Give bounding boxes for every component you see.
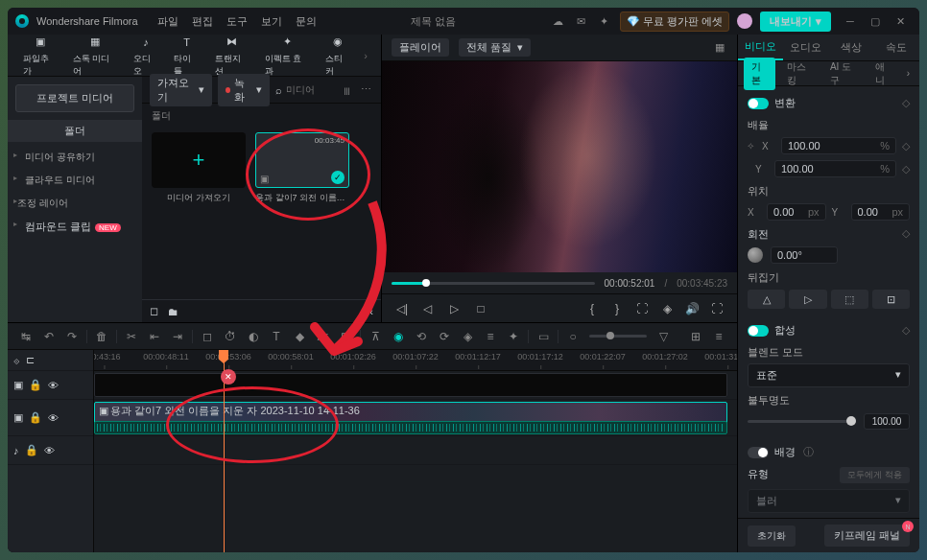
reset-icon[interactable]: ◇: [902, 140, 910, 152]
track-head-v1[interactable]: ▣🔒👁: [8, 400, 93, 436]
ducking-button[interactable]: ⊼: [365, 326, 386, 347]
trim-end-button[interactable]: ⇥: [167, 326, 188, 347]
player-tab[interactable]: 플레이어: [392, 38, 449, 57]
sparkle-icon[interactable]: ✦: [597, 13, 612, 29]
detach-audio-button[interactable]: ♪×: [312, 326, 333, 347]
tab-import[interactable]: ▣파일추가: [15, 30, 65, 82]
tab-sticker[interactable]: ◉스티커: [318, 30, 359, 82]
rotation-knob[interactable]: [748, 247, 763, 263]
flip-reset-button[interactable]: ⊡: [872, 290, 910, 309]
export-button[interactable]: 내보내기▾: [760, 12, 831, 32]
sidebar-item-adjust[interactable]: 조정 레이어: [8, 192, 142, 215]
prev-frame-button[interactable]: ◁|: [392, 298, 413, 319]
menu-edit[interactable]: 편집: [192, 14, 213, 29]
empty-clip[interactable]: [94, 373, 727, 397]
pos-x-input[interactable]: 0.00px: [767, 203, 826, 221]
subtab-basic[interactable]: 기본: [744, 58, 775, 90]
pos-y-input[interactable]: 0.00px: [851, 203, 911, 221]
track-button[interactable]: ≡: [480, 326, 501, 347]
menu-file[interactable]: 파일: [157, 14, 178, 29]
text-button[interactable]: T: [266, 326, 287, 347]
track-v1[interactable]: ▣용과 같이7 외전 이름을 지운 자 2023-11-10 14-11-36: [94, 400, 737, 436]
close-button[interactable]: ✕: [889, 12, 912, 31]
opacity-slider[interactable]: [748, 420, 856, 423]
menu-view[interactable]: 보기: [261, 14, 282, 29]
flip-both-button[interactable]: ⬚: [831, 290, 868, 309]
filter-icon[interactable]: ⫼: [340, 82, 354, 98]
bg-select[interactable]: 블러▾: [748, 489, 910, 513]
volume-icon[interactable]: 🔊: [681, 298, 702, 319]
folder-icon[interactable]: 🖿: [168, 306, 178, 317]
link-button[interactable]: ⟲: [411, 326, 432, 347]
blend-select[interactable]: 표준▾: [748, 363, 910, 387]
zoom-out-button[interactable]: ○: [562, 326, 583, 347]
sidebar-item-cloud[interactable]: 클라우드 미디어: [8, 169, 142, 192]
pointer-tool[interactable]: ↹: [15, 326, 36, 347]
mark-in-button[interactable]: {: [582, 298, 603, 319]
prop-tab-audio[interactable]: 오디오: [783, 35, 828, 60]
zoom-in-button[interactable]: ▽: [653, 326, 674, 347]
subtab-ai[interactable]: AI 도구: [822, 58, 864, 90]
menu-help[interactable]: 문의: [296, 14, 317, 29]
flip-h-button[interactable]: △: [748, 290, 785, 309]
track-a1[interactable]: [94, 436, 737, 465]
media-clip-cell[interactable]: 00:03:45 ▣ ✓ 용과 같이7 외전 이름을 지...: [255, 132, 349, 208]
scale-x-input[interactable]: 100.00%: [781, 137, 896, 154]
mark-out-button[interactable]: }: [606, 298, 628, 319]
project-media-button[interactable]: 프로젝트 미디어: [15, 84, 134, 112]
rotation-input[interactable]: 0.00°: [771, 246, 838, 264]
scale-y-input[interactable]: 100.00%: [774, 160, 896, 177]
auto-button[interactable]: ◉: [388, 326, 409, 347]
prop-tab-color[interactable]: 색상: [829, 35, 874, 60]
keyframe-panel-button[interactable]: 키프레임 패널N: [824, 525, 910, 547]
keyframe-button[interactable]: ◆: [289, 326, 310, 347]
menu-tools[interactable]: 도구: [226, 14, 248, 29]
play-back-button[interactable]: ◁: [416, 298, 438, 319]
cloud-icon[interactable]: ☁: [551, 13, 566, 29]
crop-button[interactable]: ◻: [197, 326, 218, 347]
stop-button[interactable]: □: [470, 298, 491, 319]
fullscreen-icon[interactable]: ⛶: [706, 298, 727, 319]
timeline-marker[interactable]: ✕: [221, 369, 236, 385]
subtab-anim[interactable]: 애니: [868, 58, 899, 90]
zoom-slider[interactable]: [589, 335, 647, 338]
link-scale-icon[interactable]: ⟡: [748, 140, 754, 152]
tab-stock[interactable]: ▦스톡 미디어: [65, 30, 126, 82]
opacity-value[interactable]: 100.00: [864, 413, 910, 430]
scrub-bar[interactable]: [392, 282, 595, 285]
speed-button[interactable]: ⏱: [220, 326, 241, 347]
color-button[interactable]: ◐: [243, 326, 264, 347]
trim-start-button[interactable]: ⇤: [144, 326, 165, 347]
avatar-icon[interactable]: [737, 13, 752, 29]
minimize-button[interactable]: ─: [839, 12, 862, 31]
collapse-icon[interactable]: ‹: [369, 306, 373, 317]
ai-button[interactable]: ✦: [503, 326, 524, 347]
record-vo-button[interactable]: ▭: [533, 326, 554, 347]
group-button[interactable]: ⊞: [335, 326, 356, 347]
prop-tab-video[interactable]: 비디오: [738, 35, 783, 60]
timeline-ruler[interactable]: 00:43:16 00:00:48:11 00:00:53:06 00:00:5…: [94, 350, 737, 371]
audio-waveform[interactable]: [94, 421, 727, 434]
subtab-more[interactable]: ›: [903, 65, 914, 82]
sidebar-item-share[interactable]: 미디어 공유하기: [8, 146, 142, 169]
search-input[interactable]: ⌕: [275, 84, 334, 96]
maximize-button[interactable]: ▢: [864, 12, 887, 31]
play-button[interactable]: ▷: [441, 296, 466, 321]
track-head-v2[interactable]: ▣🔒👁: [8, 371, 93, 400]
redo-button[interactable]: ↷: [61, 326, 83, 347]
snapshot-icon[interactable]: ▦: [712, 40, 727, 56]
settings-icon[interactable]: ≡: [708, 326, 729, 347]
more-icon[interactable]: ⋯: [360, 82, 374, 98]
crop-icon[interactable]: ⛶: [631, 298, 653, 319]
reset-button[interactable]: 초기화: [748, 525, 796, 547]
video-preview[interactable]: [382, 61, 737, 272]
sidebar-item-compound[interactable]: 컴파운드 클립NEW: [8, 215, 142, 239]
marker-icon[interactable]: ◈: [656, 298, 677, 319]
import-dropdown[interactable]: 가져오기▾: [150, 74, 212, 106]
apply-all-button[interactable]: 모두에게 적용: [840, 467, 910, 483]
link-icon[interactable]: ⟐: [13, 355, 20, 366]
tabs-more[interactable]: ›: [358, 50, 373, 61]
import-cell[interactable]: + 미디어 가져오기: [152, 132, 246, 208]
new-folder-icon[interactable]: ◻: [150, 305, 158, 317]
transform-toggle[interactable]: [748, 98, 769, 109]
